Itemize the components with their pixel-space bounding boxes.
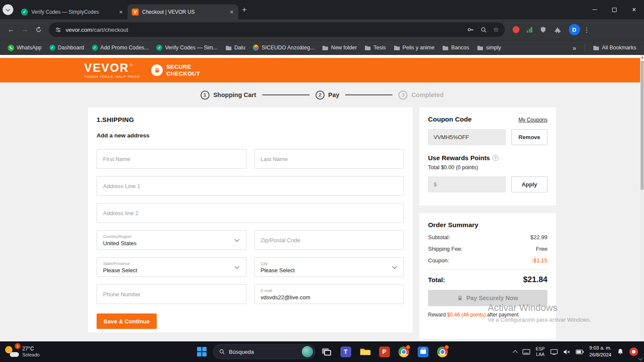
cast-icon[interactable]: [550, 349, 558, 355]
bookmark-folder-bancos[interactable]: Bancos: [439, 43, 473, 52]
rewards-points-input[interactable]: $: [428, 176, 506, 192]
tab-simplycodes[interactable]: ✓ Verify Codes — SimplyCodes ×: [17, 4, 128, 19]
search-daily-image: [302, 346, 313, 357]
back-button[interactable]: ←: [4, 23, 18, 37]
address-line1-field[interactable]: [97, 176, 404, 196]
browser-menu-icon[interactable]: ⋮: [580, 26, 594, 34]
bookmark-verify-codes[interactable]: ✓ Verify Codes — Sim...: [153, 43, 221, 52]
tab-vevor-checkout[interactable]: V Checkout | VEVOR US ×: [128, 4, 238, 19]
first-name-field[interactable]: [97, 149, 246, 169]
step-number: 3: [398, 91, 407, 100]
scrollbar-thumb[interactable]: [641, 61, 644, 190]
profile-avatar[interactable]: D: [569, 24, 580, 35]
last-name-field[interactable]: [254, 149, 404, 169]
remove-coupon-button[interactable]: Remove: [511, 129, 547, 145]
step-pay[interactable]: 2 Pay: [316, 91, 340, 100]
vevor-favicon-icon: V: [132, 9, 139, 15]
city-label: City: [261, 261, 388, 266]
info-icon[interactable]: ?: [492, 155, 498, 161]
signal-extension-icon[interactable]: [527, 27, 532, 33]
scroll-up-icon[interactable]: [640, 55, 644, 60]
chrome-button[interactable]: [395, 343, 412, 360]
bookmark-folder-dalu[interactable]: Dalu: [222, 43, 249, 52]
bookmark-label: Tesis: [374, 45, 386, 51]
bookmark-add-promo-codes[interactable]: ✓ Add Promo Codes...: [88, 43, 152, 52]
start-button[interactable]: [194, 343, 210, 360]
bookmark-siceudo[interactable]: SICEUDO Anzoáteg...: [249, 43, 318, 52]
apply-points-button[interactable]: Apply: [511, 176, 547, 192]
close-button[interactable]: ×: [624, 0, 644, 19]
task-view-button[interactable]: [318, 343, 334, 360]
volume-muted-icon[interactable]: [563, 349, 570, 355]
city-select[interactable]: City Please Select: [254, 257, 404, 277]
system-tray: ESP LAA 9:03 a. m. 26/8/2024: [513, 341, 644, 362]
bookmark-whatsapp[interactable]: WhatsApp: [4, 43, 45, 53]
pay-securely-button[interactable]: Pay Securely Now: [428, 290, 547, 306]
bookmark-dashboard[interactable]: ✓ Dashboard: [46, 43, 88, 52]
tab-title: Checkout | VEVOR US: [142, 9, 225, 15]
taskbar-search[interactable]: Búsqueda: [213, 344, 315, 359]
powerpoint-button[interactable]: P: [376, 343, 392, 360]
my-coupons-link[interactable]: My Coupons: [519, 117, 547, 123]
store-button[interactable]: [415, 343, 431, 360]
zip-input[interactable]: [261, 237, 398, 243]
extensions-puzzle-icon[interactable]: [554, 26, 561, 33]
address-bar[interactable]: vevor.com/cart/checkout ☆: [49, 22, 505, 37]
bookmark-star-icon[interactable]: ☆: [493, 26, 499, 33]
phone-field[interactable]: [97, 284, 246, 304]
bookmark-folder-new-folder[interactable]: New folder: [319, 43, 360, 52]
folder-icon: [322, 45, 328, 51]
state-select[interactable]: State/Province Please Select: [97, 257, 246, 277]
teams-app-button[interactable]: T: [337, 343, 354, 360]
zip-field[interactable]: [254, 230, 404, 250]
new-tab-button[interactable]: +: [238, 4, 250, 16]
tab-close-icon[interactable]: ×: [118, 8, 124, 15]
browser-button[interactable]: [434, 343, 450, 360]
address-line2-input[interactable]: [103, 210, 398, 216]
tab-search-button[interactable]: [3, 4, 13, 15]
clock-widget[interactable]: 9:03 a. m. 26/8/2024: [589, 345, 611, 358]
all-bookmarks-button[interactable]: All Bookmarks: [589, 43, 640, 52]
page-scrollbar[interactable]: [640, 55, 644, 341]
all-bookmarks-label: All Bookmarks: [602, 45, 636, 51]
adblock-extension-icon[interactable]: [513, 26, 519, 33]
notification-badge: [444, 345, 449, 350]
step-shopping-cart[interactable]: 1 Shopping Cart: [200, 91, 256, 100]
simplycodes-favicon-icon: ✓: [21, 9, 28, 15]
bookmark-folder-tesis[interactable]: Tesis: [361, 43, 389, 52]
weather-widget[interactable]: 1 27°C Soleado: [0, 345, 39, 359]
reward-prefix: Reward: [428, 312, 446, 318]
bookmark-folder-pelis-y-anime[interactable]: Pelis y anime: [390, 43, 438, 52]
save-continue-button[interactable]: Save & Continue: [97, 313, 157, 329]
vevor-logo[interactable]: VEVOR ® TOUGH TOOLS, HALF PRICE: [84, 62, 140, 79]
country-select[interactable]: Country/Region United States: [97, 230, 246, 250]
microsoft-store-icon: [418, 347, 428, 357]
language-indicator[interactable]: ESP LAA: [536, 346, 545, 357]
tab-close-icon[interactable]: ×: [228, 8, 235, 15]
touch-keyboard-icon[interactable]: [522, 349, 530, 355]
address-line1-input[interactable]: [103, 183, 398, 189]
coupon-code-input[interactable]: VVMH5%OFF: [428, 129, 506, 145]
hidden-icons-chevron[interactable]: [513, 350, 517, 355]
address-line2-field[interactable]: [97, 203, 404, 223]
notifications-bell-icon[interactable]: [617, 348, 624, 355]
bookmark-folder-simply[interactable]: simply: [474, 43, 504, 52]
country-label: Country/Region: [103, 234, 231, 239]
email-field[interactable]: E-mail vdsvds22@live.com: [254, 284, 404, 304]
forward-button[interactable]: →: [18, 23, 32, 37]
tray-app-icon[interactable]: [629, 347, 638, 356]
first-name-input[interactable]: [103, 156, 240, 162]
file-explorer-button[interactable]: [357, 343, 373, 360]
shield-extension-icon[interactable]: [540, 26, 547, 33]
bookmarks-overflow-icon[interactable]: »: [568, 44, 580, 52]
battery-icon[interactable]: [576, 350, 584, 354]
search-lens-icon[interactable]: [480, 27, 487, 33]
last-name-input[interactable]: [261, 156, 398, 162]
windows-icon: [197, 347, 207, 356]
passwords-key-icon[interactable]: [467, 26, 474, 33]
maximize-button[interactable]: [605, 0, 624, 19]
minimize-button[interactable]: [585, 0, 605, 19]
reload-button[interactable]: [32, 23, 46, 37]
site-settings-icon[interactable]: [55, 27, 61, 33]
phone-input[interactable]: [103, 291, 240, 298]
